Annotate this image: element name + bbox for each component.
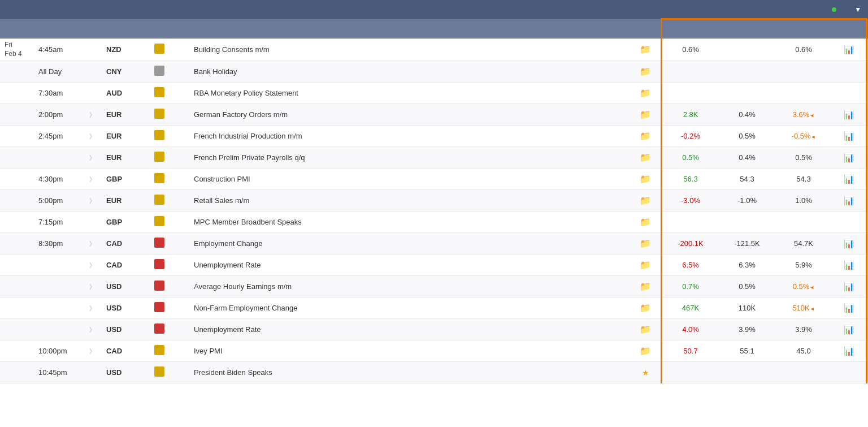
detail-cell[interactable]: 📁	[628, 346, 662, 356]
table-row: 10:00pm》CADIvey PMI📁50.755.145.0📊	[0, 340, 868, 362]
actual-cell: -3.0%	[662, 196, 719, 205]
graph-cell[interactable]: 📊	[832, 282, 866, 292]
impact-icon	[154, 109, 164, 119]
detail-cell[interactable]: 📁	[628, 66, 662, 77]
folder-icon: 📁	[640, 260, 651, 270]
folder-icon: 📁	[640, 217, 651, 227]
detail-cell[interactable]: 📁	[628, 281, 662, 292]
actual-value: 0.7%	[682, 282, 699, 291]
detail-cell[interactable]: 📁	[628, 303, 662, 313]
currency-cell: AUD	[104, 89, 152, 97]
folder-icon: 📁	[640, 110, 651, 119]
filter-button[interactable]: ▼	[854, 6, 863, 14]
revised-mark: ◄	[810, 306, 815, 312]
ripple-cell: 》	[87, 239, 104, 248]
actual-cell: 0.5%	[662, 153, 719, 162]
detail-cell[interactable]: 📁	[628, 109, 662, 120]
folder-icon: 📁	[640, 45, 651, 54]
forecast-cell: 0.4%	[719, 110, 775, 119]
event-name-cell: Building Consents m/m	[192, 45, 628, 54]
detail-cell[interactable]: 📁	[628, 44, 662, 55]
impact-cell	[152, 109, 192, 120]
actual-cell: 56.3	[662, 175, 719, 183]
prev-nav-arrow[interactable]	[5, 8, 10, 11]
forecast-cell: -1.0%	[719, 196, 775, 205]
event-name-cell: Construction PMI	[192, 175, 628, 183]
impact-icon	[154, 44, 164, 54]
previous-value: 5.9%	[795, 261, 812, 269]
impact-cell	[152, 366, 192, 378]
detail-cell[interactable]: 📁	[628, 174, 662, 184]
time-cell: 4:30pm	[36, 175, 87, 183]
impact-cell	[152, 281, 192, 292]
graph-cell[interactable]: 📊	[832, 239, 866, 249]
ripple-icon: 》	[89, 154, 96, 161]
forecast-value: 0.4%	[739, 110, 756, 119]
table-row: 2:00pm》EURGerman Factory Orders m/m📁2.8K…	[0, 104, 868, 126]
time-cell: 7:30am	[36, 89, 87, 97]
forecast-cell: 6.3%	[719, 261, 775, 269]
graph-cell[interactable]: 📊	[832, 325, 866, 335]
detail-cell[interactable]: 📁	[628, 152, 662, 163]
actual-cell: -200.1K	[662, 239, 719, 248]
graph-icon: 📊	[844, 131, 854, 141]
forecast-value: -121.5K	[734, 239, 760, 248]
folder-icon: 📁	[640, 131, 651, 141]
impact-cell	[152, 130, 192, 142]
detail-cell[interactable]: 📁	[628, 195, 662, 206]
actual-value: 467K	[682, 304, 699, 312]
detail-cell[interactable]: 📁	[628, 88, 662, 98]
forecast-value: 55.1	[740, 347, 754, 355]
forecast-cell: 0.5%	[719, 282, 775, 291]
table-row: 2:45pm》EURFrench Industrial Production m…	[0, 126, 868, 147]
actual-cell: 2.8K	[662, 110, 719, 119]
forecast-value: 0.5%	[739, 132, 756, 140]
detail-cell[interactable]: 📁	[628, 217, 662, 227]
currency-cell: CAD	[104, 347, 152, 355]
graph-icon: 📊	[844, 110, 854, 119]
forecast-cell: 0.5%	[719, 132, 775, 140]
graph-cell[interactable]: 📊	[832, 153, 866, 163]
impact-icon	[154, 259, 164, 269]
next-nav-arrow[interactable]	[418, 8, 424, 11]
graph-cell[interactable]: 📊	[832, 131, 866, 141]
actual-value: -3.0%	[681, 196, 700, 205]
graph-cell[interactable]: 📊	[832, 196, 866, 206]
forecast-value: 0.5%	[739, 282, 756, 291]
impact-icon	[154, 281, 164, 291]
impact-icon	[154, 152, 164, 162]
graph-cell[interactable]: 📊	[832, 174, 866, 184]
graph-cell[interactable]: 📊	[832, 45, 866, 55]
table-row: 8:30pm》CADEmployment Change📁-200.1K-121.…	[0, 233, 868, 255]
ripple-cell: 》	[87, 110, 104, 119]
actual-cell: -0.2%	[662, 132, 719, 140]
table-row: 10:45pmUSDPresident Biden Speaks★	[0, 362, 868, 383]
graph-cell[interactable]: 📊	[832, 303, 866, 313]
ripple-cell: 》	[87, 304, 104, 313]
table-row: 》EURFrench Prelim Private Payrolls q/q📁0…	[0, 147, 868, 169]
impact-cell	[152, 195, 192, 206]
actual-value: 4.0%	[682, 325, 699, 334]
graph-cell[interactable]: 📊	[832, 260, 866, 270]
impact-cell	[152, 302, 192, 314]
detail-cell[interactable]: 📁	[628, 324, 662, 335]
detail-cell[interactable]: 📁	[628, 238, 662, 249]
graph-icon: 📊	[844, 325, 854, 334]
graph-cell[interactable]: 📊	[832, 346, 866, 356]
detail-cell[interactable]: ★	[628, 368, 662, 377]
folder-icon: 📁	[640, 67, 651, 76]
folder-star-icon: ★	[642, 368, 649, 377]
detail-cell[interactable]: 📁	[628, 260, 662, 270]
currency-cell: CAD	[104, 261, 152, 269]
event-name-cell: French Prelim Private Payrolls q/q	[192, 153, 628, 162]
graph-cell[interactable]: 📊	[832, 110, 866, 120]
impact-cell	[152, 44, 192, 55]
time-cell: 5:00pm	[36, 196, 87, 205]
actual-value: -0.2%	[681, 132, 700, 140]
actual-cell: 0.6%	[662, 45, 719, 54]
impact-cell	[152, 324, 192, 335]
detail-cell[interactable]: 📁	[628, 131, 662, 141]
event-name-cell: Average Hourly Earnings m/m	[192, 282, 628, 291]
actual-cell: 50.7	[662, 347, 719, 355]
time-cell: 2:00pm	[36, 110, 87, 119]
